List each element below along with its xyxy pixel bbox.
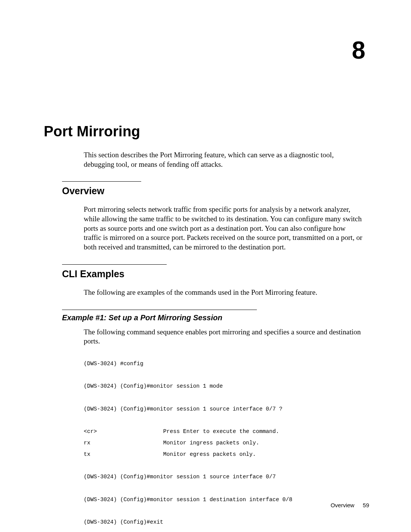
example-1-description: The following command sequence enables p…: [84, 328, 363, 346]
overview-heading: Overview: [62, 181, 141, 197]
cli-examples-heading: CLI Examples: [62, 264, 167, 280]
chapter-intro: This section describes the Port Mirrorin…: [84, 150, 362, 169]
footer-section-name: Overview: [331, 502, 355, 508]
overview-body: Port mirroring selects network traffic f…: [84, 205, 363, 252]
chapter-number: 8: [44, 36, 365, 64]
page-container: 8 Port Mirroring This section describes …: [0, 0, 411, 532]
chapter-title: Port Mirroring: [44, 123, 369, 140]
cli-examples-intro: The following are examples of the comman…: [84, 288, 363, 297]
footer-page-number: 59: [363, 502, 369, 508]
example-1-code: (DWS-3024) #config (DWS-3024) (Config)#m…: [84, 358, 369, 528]
page-footer: Overview 59: [331, 502, 369, 508]
example-1-heading: Example #1: Set up a Port Mirroring Sess…: [62, 310, 257, 322]
